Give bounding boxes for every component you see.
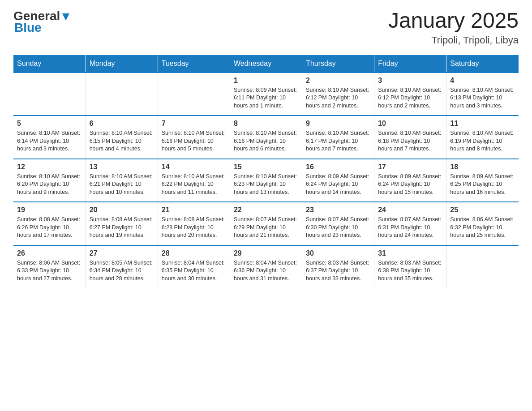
day-info: Sunrise: 8:03 AM Sunset: 6:38 PM Dayligh… (378, 259, 442, 283)
logo: General Blue (13, 9, 71, 35)
calendar-cell: 7Sunrise: 8:10 AM Sunset: 6:16 PM Daylig… (158, 116, 230, 159)
calendar-cell: 25Sunrise: 8:06 AM Sunset: 6:32 PM Dayli… (446, 202, 519, 245)
logo-blue: Blue (14, 21, 71, 35)
day-info: Sunrise: 8:10 AM Sunset: 6:20 PM Dayligh… (17, 173, 82, 197)
day-number: 26 (17, 249, 82, 257)
day-info: Sunrise: 8:07 AM Sunset: 6:30 PM Dayligh… (306, 216, 370, 240)
day-info: Sunrise: 8:10 AM Sunset: 6:12 PM Dayligh… (306, 86, 370, 110)
day-number: 12 (17, 163, 82, 171)
calendar-cell: 12Sunrise: 8:10 AM Sunset: 6:20 PM Dayli… (13, 159, 86, 202)
calendar-cell: 18Sunrise: 8:09 AM Sunset: 6:25 PM Dayli… (446, 159, 519, 202)
day-info: Sunrise: 8:09 AM Sunset: 6:25 PM Dayligh… (450, 173, 515, 197)
calendar-cell: 3Sunrise: 8:10 AM Sunset: 6:12 PM Daylig… (374, 73, 446, 116)
location-title: Tripoli, Tripoli, Libya (388, 34, 519, 46)
day-number: 7 (162, 120, 226, 128)
calendar-cell: 9Sunrise: 8:10 AM Sunset: 6:17 PM Daylig… (302, 116, 374, 159)
day-number: 4 (450, 77, 515, 85)
day-number: 5 (17, 120, 82, 128)
calendar-cell: 29Sunrise: 8:04 AM Sunset: 6:36 PM Dayli… (230, 245, 302, 288)
day-number: 19 (17, 206, 82, 214)
day-info: Sunrise: 8:04 AM Sunset: 6:35 PM Dayligh… (162, 259, 226, 283)
day-number: 23 (306, 206, 370, 214)
day-info: Sunrise: 8:10 AM Sunset: 6:22 PM Dayligh… (162, 173, 226, 197)
calendar-cell: 20Sunrise: 8:08 AM Sunset: 6:27 PM Dayli… (86, 202, 158, 245)
calendar-week-row: 5Sunrise: 8:10 AM Sunset: 6:14 PM Daylig… (13, 116, 519, 159)
day-number: 22 (234, 206, 298, 214)
calendar-cell (13, 73, 86, 116)
day-number: 13 (90, 163, 154, 171)
calendar-cell: 27Sunrise: 8:05 AM Sunset: 6:34 PM Dayli… (86, 245, 158, 288)
day-number: 18 (450, 163, 515, 171)
day-info: Sunrise: 8:10 AM Sunset: 6:15 PM Dayligh… (90, 129, 154, 153)
day-info: Sunrise: 8:10 AM Sunset: 6:17 PM Dayligh… (306, 129, 370, 153)
title-section: January 2025 Tripoli, Tripoli, Libya (388, 9, 519, 46)
day-number: 14 (162, 163, 226, 171)
day-of-week-header: Wednesday (230, 55, 302, 73)
day-number: 31 (378, 249, 442, 257)
day-number: 24 (378, 206, 442, 214)
day-number: 28 (162, 249, 226, 257)
day-info: Sunrise: 8:04 AM Sunset: 6:36 PM Dayligh… (234, 259, 298, 283)
day-info: Sunrise: 8:05 AM Sunset: 6:34 PM Dayligh… (90, 259, 154, 283)
day-number: 20 (90, 206, 154, 214)
day-number: 3 (378, 77, 442, 85)
calendar-cell: 17Sunrise: 8:09 AM Sunset: 6:24 PM Dayli… (374, 159, 446, 202)
day-info: Sunrise: 8:09 AM Sunset: 6:24 PM Dayligh… (378, 173, 442, 197)
day-info: Sunrise: 8:03 AM Sunset: 6:37 PM Dayligh… (306, 259, 370, 283)
day-info: Sunrise: 8:06 AM Sunset: 6:32 PM Dayligh… (450, 216, 515, 240)
day-number: 25 (450, 206, 515, 214)
day-info: Sunrise: 8:10 AM Sunset: 6:16 PM Dayligh… (234, 129, 298, 153)
day-of-week-header: Tuesday (158, 55, 230, 73)
day-info: Sunrise: 8:07 AM Sunset: 6:29 PM Dayligh… (234, 216, 298, 240)
calendar-week-row: 12Sunrise: 8:10 AM Sunset: 6:20 PM Dayli… (13, 159, 519, 202)
day-number: 1 (234, 77, 298, 85)
calendar-cell (86, 73, 158, 116)
day-number: 27 (90, 249, 154, 257)
calendar-cell (158, 73, 230, 116)
page-header: General Blue January 2025 Tripoli, Tripo… (13, 9, 519, 46)
calendar-table: SundayMondayTuesdayWednesdayThursdayFrid… (13, 55, 519, 288)
day-of-week-header: Friday (374, 55, 446, 73)
day-info: Sunrise: 8:10 AM Sunset: 6:21 PM Dayligh… (90, 173, 154, 197)
month-title: January 2025 (388, 9, 519, 33)
calendar-cell: 24Sunrise: 8:07 AM Sunset: 6:31 PM Dayli… (374, 202, 446, 245)
calendar-week-row: 26Sunrise: 8:06 AM Sunset: 6:33 PM Dayli… (13, 245, 519, 288)
day-info: Sunrise: 8:08 AM Sunset: 6:26 PM Dayligh… (17, 216, 82, 240)
calendar-week-row: 19Sunrise: 8:08 AM Sunset: 6:26 PM Dayli… (13, 202, 519, 245)
day-info: Sunrise: 8:10 AM Sunset: 6:14 PM Dayligh… (17, 129, 82, 153)
calendar-cell: 4Sunrise: 8:10 AM Sunset: 6:13 PM Daylig… (446, 73, 519, 116)
calendar-cell: 13Sunrise: 8:10 AM Sunset: 6:21 PM Dayli… (86, 159, 158, 202)
day-of-week-header: Saturday (446, 55, 519, 73)
day-number: 11 (450, 120, 515, 128)
calendar-cell: 2Sunrise: 8:10 AM Sunset: 6:12 PM Daylig… (302, 73, 374, 116)
calendar-header-row: SundayMondayTuesdayWednesdayThursdayFrid… (13, 55, 519, 73)
day-info: Sunrise: 8:10 AM Sunset: 6:16 PM Dayligh… (162, 129, 226, 153)
day-info: Sunrise: 8:10 AM Sunset: 6:19 PM Dayligh… (450, 129, 515, 153)
day-number: 15 (234, 163, 298, 171)
calendar-cell: 8Sunrise: 8:10 AM Sunset: 6:16 PM Daylig… (230, 116, 302, 159)
day-info: Sunrise: 8:10 AM Sunset: 6:18 PM Dayligh… (378, 129, 442, 153)
calendar-cell: 26Sunrise: 8:06 AM Sunset: 6:33 PM Dayli… (13, 245, 86, 288)
calendar-cell: 16Sunrise: 8:09 AM Sunset: 6:24 PM Dayli… (302, 159, 374, 202)
day-number: 21 (162, 206, 226, 214)
day-info: Sunrise: 8:10 AM Sunset: 6:12 PM Dayligh… (378, 86, 442, 110)
calendar-cell: 31Sunrise: 8:03 AM Sunset: 6:38 PM Dayli… (374, 245, 446, 288)
calendar-cell: 10Sunrise: 8:10 AM Sunset: 6:18 PM Dayli… (374, 116, 446, 159)
day-number: 29 (234, 249, 298, 257)
day-of-week-header: Monday (86, 55, 158, 73)
day-number: 30 (306, 249, 370, 257)
day-info: Sunrise: 8:10 AM Sunset: 6:23 PM Dayligh… (234, 173, 298, 197)
calendar-cell: 22Sunrise: 8:07 AM Sunset: 6:29 PM Dayli… (230, 202, 302, 245)
logo-triangle-icon (61, 12, 71, 21)
day-number: 10 (378, 120, 442, 128)
calendar-cell: 23Sunrise: 8:07 AM Sunset: 6:30 PM Dayli… (302, 202, 374, 245)
day-info: Sunrise: 8:06 AM Sunset: 6:33 PM Dayligh… (17, 259, 82, 283)
calendar-cell: 15Sunrise: 8:10 AM Sunset: 6:23 PM Dayli… (230, 159, 302, 202)
day-of-week-header: Sunday (13, 55, 86, 73)
calendar-cell: 1Sunrise: 8:09 AM Sunset: 6:11 PM Daylig… (230, 73, 302, 116)
day-info: Sunrise: 8:08 AM Sunset: 6:28 PM Dayligh… (162, 216, 226, 240)
day-info: Sunrise: 8:08 AM Sunset: 6:27 PM Dayligh… (90, 216, 154, 240)
day-of-week-header: Thursday (302, 55, 374, 73)
day-number: 17 (378, 163, 442, 171)
calendar-cell: 21Sunrise: 8:08 AM Sunset: 6:28 PM Dayli… (158, 202, 230, 245)
